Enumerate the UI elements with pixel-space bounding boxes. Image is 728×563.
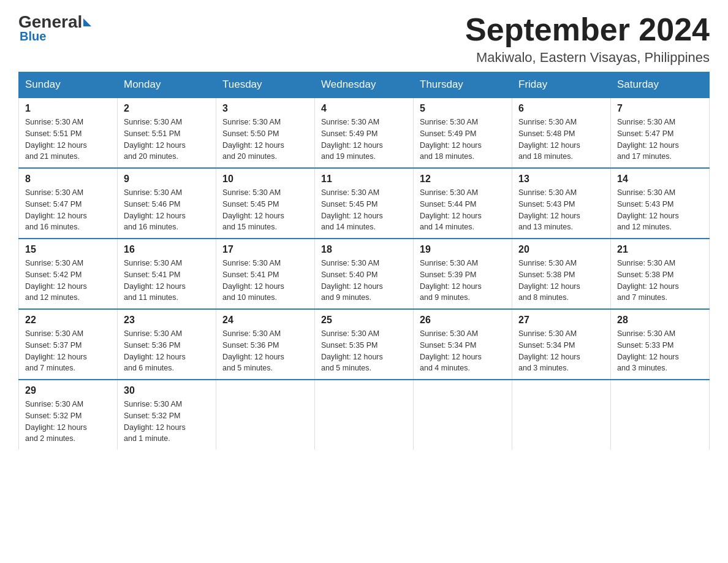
day-cell-18: 18 Sunrise: 5:30 AMSunset: 5:40 PMDaylig… [315,239,414,309]
empty-cell [512,380,611,450]
calendar-table: Sunday Monday Tuesday Wednesday Thursday… [18,72,710,450]
day-info: Sunrise: 5:30 AMSunset: 5:33 PMDaylight:… [617,328,703,374]
day-info: Sunrise: 5:30 AMSunset: 5:47 PMDaylight:… [617,117,703,163]
date-number: 11 [321,174,407,185]
header-friday: Friday [512,72,611,98]
date-number: 2 [124,103,210,114]
day-info: Sunrise: 5:30 AMSunset: 5:50 PMDaylight:… [222,117,308,163]
day-info: Sunrise: 5:30 AMSunset: 5:51 PMDaylight:… [124,117,210,163]
date-number: 7 [617,103,703,114]
day-info: Sunrise: 5:30 AMSunset: 5:51 PMDaylight:… [25,117,111,163]
empty-cell [216,380,315,450]
date-number: 23 [124,315,210,326]
date-number: 20 [518,244,604,255]
header-saturday: Saturday [611,72,710,98]
date-number: 13 [518,174,604,185]
date-number: 15 [25,244,111,255]
title-area: September 2024 Makiwalo, Eastern Visayas… [465,12,710,66]
date-number: 22 [25,315,111,326]
day-cell-20: 20 Sunrise: 5:30 AMSunset: 5:38 PMDaylig… [512,239,611,309]
day-cell-23: 23 Sunrise: 5:30 AMSunset: 5:36 PMDaylig… [118,309,216,380]
date-number: 16 [124,244,210,255]
page-header: General Blue September 2024 Makiwalo, Ea… [18,12,710,66]
date-number: 12 [420,174,506,185]
date-number: 29 [25,385,111,396]
date-number: 17 [222,244,308,255]
date-number: 8 [25,174,111,185]
day-cell-15: 15 Sunrise: 5:30 AMSunset: 5:42 PMDaylig… [19,239,118,309]
calendar-week-5: 29 Sunrise: 5:30 AMSunset: 5:32 PMDaylig… [19,380,710,450]
day-info: Sunrise: 5:30 AMSunset: 5:42 PMDaylight:… [25,258,111,304]
day-cell-26: 26 Sunrise: 5:30 AMSunset: 5:34 PMDaylig… [414,309,512,380]
date-number: 9 [124,174,210,185]
header-monday: Monday [118,72,216,98]
day-info: Sunrise: 5:30 AMSunset: 5:38 PMDaylight:… [617,258,703,304]
calendar-week-1: 1 Sunrise: 5:30 AMSunset: 5:51 PMDayligh… [19,98,710,168]
day-cell-7: 7 Sunrise: 5:30 AMSunset: 5:47 PMDayligh… [611,98,710,168]
day-info: Sunrise: 5:30 AMSunset: 5:34 PMDaylight:… [420,328,506,374]
logo-arrow-shape [83,18,91,26]
day-cell-6: 6 Sunrise: 5:30 AMSunset: 5:48 PMDayligh… [512,98,611,168]
date-number: 18 [321,244,407,255]
day-cell-17: 17 Sunrise: 5:30 AMSunset: 5:41 PMDaylig… [216,239,315,309]
day-info: Sunrise: 5:30 AMSunset: 5:32 PMDaylight:… [124,399,210,445]
day-cell-10: 10 Sunrise: 5:30 AMSunset: 5:45 PMDaylig… [216,168,315,239]
day-cell-25: 25 Sunrise: 5:30 AMSunset: 5:35 PMDaylig… [315,309,414,380]
empty-cell [414,380,512,450]
day-cell-16: 16 Sunrise: 5:30 AMSunset: 5:41 PMDaylig… [118,239,216,309]
header-thursday: Thursday [414,72,512,98]
logo: General Blue [18,12,93,44]
day-cell-30: 30 Sunrise: 5:30 AMSunset: 5:32 PMDaylig… [118,380,216,450]
date-number: 4 [321,103,407,114]
day-cell-27: 27 Sunrise: 5:30 AMSunset: 5:34 PMDaylig… [512,309,611,380]
header-tuesday: Tuesday [216,72,315,98]
day-info: Sunrise: 5:30 AMSunset: 5:38 PMDaylight:… [518,258,604,304]
date-number: 28 [617,315,703,326]
day-info: Sunrise: 5:30 AMSunset: 5:49 PMDaylight:… [321,117,407,163]
day-cell-28: 28 Sunrise: 5:30 AMSunset: 5:33 PMDaylig… [611,309,710,380]
day-cell-19: 19 Sunrise: 5:30 AMSunset: 5:39 PMDaylig… [414,239,512,309]
date-number: 21 [617,244,703,255]
day-info: Sunrise: 5:30 AMSunset: 5:39 PMDaylight:… [420,258,506,304]
day-info: Sunrise: 5:30 AMSunset: 5:46 PMDaylight:… [124,187,210,233]
day-info: Sunrise: 5:30 AMSunset: 5:37 PMDaylight:… [25,328,111,374]
date-number: 25 [321,315,407,326]
day-info: Sunrise: 5:30 AMSunset: 5:49 PMDaylight:… [420,117,506,163]
day-cell-14: 14 Sunrise: 5:30 AMSunset: 5:43 PMDaylig… [611,168,710,239]
day-cell-5: 5 Sunrise: 5:30 AMSunset: 5:49 PMDayligh… [414,98,512,168]
day-info: Sunrise: 5:30 AMSunset: 5:43 PMDaylight:… [518,187,604,233]
day-cell-8: 8 Sunrise: 5:30 AMSunset: 5:47 PMDayligh… [19,168,118,239]
day-info: Sunrise: 5:30 AMSunset: 5:43 PMDaylight:… [617,187,703,233]
day-info: Sunrise: 5:30 AMSunset: 5:34 PMDaylight:… [518,328,604,374]
day-cell-29: 29 Sunrise: 5:30 AMSunset: 5:32 PMDaylig… [19,380,118,450]
day-cell-4: 4 Sunrise: 5:30 AMSunset: 5:49 PMDayligh… [315,98,414,168]
date-number: 6 [518,103,604,114]
day-cell-22: 22 Sunrise: 5:30 AMSunset: 5:37 PMDaylig… [19,309,118,380]
empty-cell [315,380,414,450]
day-info: Sunrise: 5:30 AMSunset: 5:45 PMDaylight:… [222,187,308,233]
day-cell-13: 13 Sunrise: 5:30 AMSunset: 5:43 PMDaylig… [512,168,611,239]
day-info: Sunrise: 5:30 AMSunset: 5:47 PMDaylight:… [25,187,111,233]
date-number: 30 [124,385,210,396]
date-number: 3 [222,103,308,114]
day-info: Sunrise: 5:30 AMSunset: 5:36 PMDaylight:… [124,328,210,374]
day-info: Sunrise: 5:30 AMSunset: 5:44 PMDaylight:… [420,187,506,233]
main-title: September 2024 [465,12,710,47]
date-number: 10 [222,174,308,185]
day-info: Sunrise: 5:30 AMSunset: 5:35 PMDaylight:… [321,328,407,374]
day-cell-2: 2 Sunrise: 5:30 AMSunset: 5:51 PMDayligh… [118,98,216,168]
date-number: 24 [222,315,308,326]
date-number: 19 [420,244,506,255]
day-cell-21: 21 Sunrise: 5:30 AMSunset: 5:38 PMDaylig… [611,239,710,309]
day-info: Sunrise: 5:30 AMSunset: 5:36 PMDaylight:… [222,328,308,374]
day-cell-9: 9 Sunrise: 5:30 AMSunset: 5:46 PMDayligh… [118,168,216,239]
day-cell-3: 3 Sunrise: 5:30 AMSunset: 5:50 PMDayligh… [216,98,315,168]
date-number: 14 [617,174,703,185]
date-number: 26 [420,315,506,326]
date-number: 1 [25,103,111,114]
calendar-header-row: Sunday Monday Tuesday Wednesday Thursday… [19,72,710,98]
header-sunday: Sunday [19,72,118,98]
date-number: 5 [420,103,506,114]
day-info: Sunrise: 5:30 AMSunset: 5:48 PMDaylight:… [518,117,604,163]
calendar-week-4: 22 Sunrise: 5:30 AMSunset: 5:37 PMDaylig… [19,309,710,380]
